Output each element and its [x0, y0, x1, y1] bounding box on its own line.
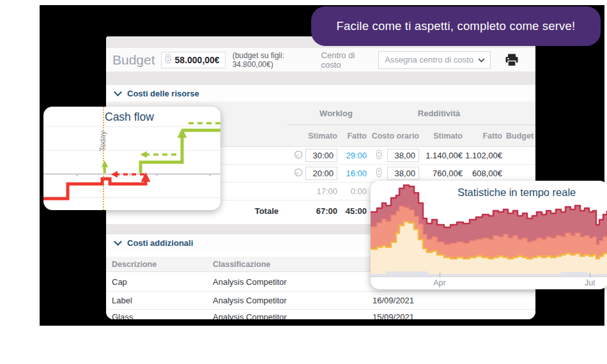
coin-stack-icon [165, 54, 171, 66]
axis-tick [590, 273, 590, 277]
hourly-cost-input[interactable]: 38,00 [387, 149, 419, 162]
estimated-hours-input[interactable]: 20:00 [305, 167, 337, 180]
page-title: Budget [112, 52, 155, 68]
coin-stack-icon [376, 167, 385, 180]
classification-cell: Analysis Competitor [213, 296, 373, 305]
date-cell: 15/09/2021 [373, 312, 535, 320]
col-estimated-hours: Stimato [305, 132, 337, 140]
total-done-hours: 45:00 [340, 206, 367, 216]
axis-tick [440, 273, 440, 277]
section-resource-costs-header[interactable]: Costi delle risorse [106, 85, 535, 102]
card-title: Statistiche in tempo reale [457, 186, 576, 199]
toolbar-band [106, 72, 535, 85]
classification-cell: Analysis Competitor [213, 312, 373, 320]
budget-header-bar: Budget 58.000,00€ (budget su figli: 34.8… [106, 48, 535, 72]
classification-cell: Analysis Competitor [213, 277, 373, 287]
total-estimated-hours: 67:00 [305, 206, 337, 216]
col-hourly-cost: Costo orario [369, 132, 419, 140]
x-axis [371, 277, 607, 277]
estimated-cost-value: 760,00€ [422, 169, 463, 178]
page: Budget 58.000,00€ (budget su figli: 34.8… [0, 0, 607, 364]
cashflow-card: Today Cash flow [43, 107, 220, 210]
profitability-group-header: Redditività [376, 109, 502, 118]
col-description: Descrizione [112, 260, 213, 269]
clock-icon [294, 150, 303, 162]
description-cell: Cap [112, 277, 213, 287]
slogan-text: Facile come ti aspetti, completo come se… [337, 19, 576, 33]
children-budget-note: (budget su figli: 34.800,00€) [233, 51, 321, 69]
group-header-divider [288, 125, 535, 125]
chevron-down-icon [478, 55, 485, 64]
additional-row-3[interactable]: Glass Analysis Competitor 15/09/2021 [106, 310, 535, 319]
estimated-hours-input[interactable]: 30:00 [305, 149, 337, 162]
coin-stack-icon [376, 149, 385, 162]
cost-center-selected-value: Assegna centro di costo [385, 55, 473, 64]
cost-center-label: Centro di costo [321, 50, 374, 70]
card-title: Cash flow [105, 110, 154, 124]
done-hours-value: 0:00 [340, 186, 367, 196]
done-cost-value: 608,00€ [465, 169, 502, 178]
col-classification: Classificazione [213, 260, 373, 269]
printer-icon [505, 59, 519, 68]
col-budget: Budget [505, 132, 535, 140]
hourly-cost-input[interactable]: 38,00 [387, 167, 419, 180]
estimated-hours-value: 17:00 [305, 186, 337, 196]
done-cost-value: 1.102,00€ [465, 151, 502, 160]
section-title: Costi addizionali [127, 238, 193, 248]
chevron-down-icon [114, 238, 122, 246]
clock-icon [294, 168, 303, 179]
done-hours-value: 29:00 [340, 151, 367, 160]
budget-amount-field[interactable]: 58.000,00€ [161, 52, 226, 68]
x-tick-label-jul: Jul [576, 278, 604, 287]
budget-amount-value: 58.000,00€ [175, 55, 220, 65]
additional-row-2[interactable]: Label Analysis Competitor 16/09/2021 [106, 292, 535, 310]
cost-center-select[interactable]: Assegna centro di costo [378, 51, 491, 69]
description-cell: Glass [112, 312, 213, 320]
col-done-hours: Fatto [340, 132, 367, 140]
x-tick-label-apr: Apr [426, 278, 454, 287]
date-cell: 16/09/2021 [373, 296, 535, 305]
description-cell: Label [112, 296, 213, 305]
chevron-down-icon [114, 88, 122, 96]
col-estimated-cost: Stimato [422, 132, 463, 140]
print-button[interactable] [505, 54, 519, 66]
estimated-cost-value: 1.140,00€ [422, 151, 463, 160]
col-done-cost: Fatto [465, 132, 502, 140]
slogan-banner: Facile come ti aspetti, completo come se… [311, 6, 601, 46]
done-hours-value: 16:00 [340, 169, 367, 178]
worklog-group-header: Worklog [305, 109, 367, 118]
stats-card: Apr Jul Statistiche in tempo reale [371, 181, 607, 289]
section-title: Costi delle risorse [127, 89, 199, 98]
